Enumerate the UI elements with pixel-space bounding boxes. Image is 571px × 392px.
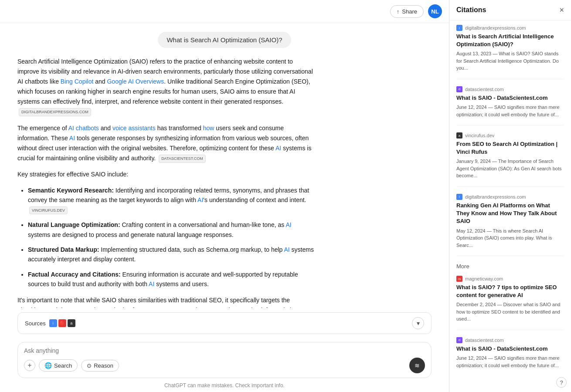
citation-title-5: What is SAIO? 7 tips to optimize SEO con… [456,284,564,299]
share-icon: ↑ [397,8,400,15]
close-citations-button[interactable]: × [559,6,564,14]
citation-snippet-1: August 13, 2023 — What is SAIO? SAIO sta… [456,50,564,72]
citation-source-row-5: m magneticway.com [456,276,564,282]
citations-title: Citations [456,6,486,14]
citation-domain-4: digitalbrandexpressions.com [465,194,526,199]
reason-button[interactable]: ⊙ Reason [81,360,119,372]
citation-title-4: Ranking Gen AI Platforms on What They Kn… [456,202,564,226]
citation-item-6: d datascientest.com What is SAIO - DataS… [456,337,564,375]
citation-domain-3: vincirufus.dev [465,133,494,138]
disclaimer: ChatGPT can make mistakes. Check importa… [0,380,449,392]
citation-title-2: What is SAIO - DataScientest.com [456,94,564,102]
citation-title-6: What is SAIO - DataScientest.com [456,345,564,353]
sources-row: Sources i 🔴 a ▾ [17,312,432,334]
citation-item-3: a vincirufus.dev From SEO to Search AI O… [456,132,564,187]
top-bar: ↑ Share NL [0,0,449,23]
strategy-title-1: Semantic Keyword Research: [28,187,114,194]
answer-paragraph-3: It's important to note that while SAIO s… [17,295,314,308]
citations-header: Citations × [449,0,571,20]
source-badge-1: DIGITALBRANDEXPRESSIONS.COM [19,108,91,116]
strategy-item-1: Semantic Keyword Research: Identifying a… [28,186,314,215]
citation-favicon-5: m [456,276,462,282]
question-bubble: What is Search AI Optimization (SAIO)? [17,32,432,48]
sources-left: Sources i 🔴 a [25,319,75,327]
citation-snippet-2: June 12, 2024 — SAIO signifies more than… [456,104,564,118]
source-icon-3: a [68,319,75,327]
citation-source-row-4: i digitalbrandexpressions.com [456,194,564,200]
answer-paragraph-1: Search Artificial Intelligence Optimizat… [17,57,314,117]
add-button[interactable]: + [24,360,35,371]
sources-label: Sources [25,320,46,327]
input-area: + 🌐 Search ⊙ Reason ≋ [0,338,449,380]
citation-domain-6: datascientest.com [465,338,504,343]
citation-snippet-3: January 9, 2024 — The Importance of Sear… [456,158,564,179]
citations-panel: Citations × i digitalbrandexpressions.co… [449,0,571,392]
strategies-intro: Key strategies for effective SAIO includ… [17,169,314,179]
citation-favicon-6: d [456,337,462,343]
answer-content: Search Artificial Intelligence Optimizat… [17,57,314,308]
citation-source-row-1: i digitalbrandexpressions.com [456,25,564,31]
mic-icon: ≋ [415,362,420,369]
citation-item-1: i digitalbrandexpressions.com What is Se… [456,25,564,79]
content-scroll: What is Search AI Optimization (SAIO)? S… [0,23,449,308]
avatar: NL [428,4,442,18]
strategy-title-2: Natural Language Optimization: [28,221,120,228]
mic-button[interactable]: ≋ [409,358,425,373]
source-icon-2: 🔴 [58,319,66,327]
reason-icon: ⊙ [87,362,92,369]
citation-favicon-3: a [456,132,462,139]
citation-item-2: d datascientest.com What is SAIO - DataS… [456,86,564,125]
question-text: What is Search AI Optimization (SAIO)? [158,32,291,48]
citation-domain-5: magneticway.com [465,276,503,281]
citation-source-row-3: a vincirufus.dev [456,132,564,139]
strategy-title-3: Structured Data Markup: [28,246,99,253]
reason-label: Reason [94,362,113,369]
more-link[interactable]: More [456,263,564,270]
citation-favicon-4: i [456,194,462,200]
search-label: Search [54,362,72,369]
citations-scroll: i digitalbrandexpressions.com What is Se… [449,20,571,375]
citation-snippet-5: December 2, 2024 — Discover what is SAIO… [456,301,564,323]
globe-icon: 🌐 [44,362,52,369]
input-toolbar: + 🌐 Search ⊙ Reason ≋ [24,358,425,373]
citation-snippet-6: June 12, 2024 — SAIO signifies more than… [456,355,564,369]
input-box: + 🌐 Search ⊙ Reason ≋ [17,342,432,378]
source-icon-1: i [49,319,57,327]
source-badge-2: DATASCIENTEST.COM [159,155,206,163]
main-area: ↑ Share NL What is Search AI Optimizatio… [0,0,449,392]
strategy-title-4: Factual Accuracy and Citations: [28,271,121,278]
source-badge-3: VINCIRUFUS.DEV [29,206,68,214]
source-icons: i 🔴 a [49,319,75,327]
citation-favicon-1: i [456,25,462,31]
citation-item-5: m magneticway.com What is SAIO? 7 tips t… [456,276,564,330]
strategy-item-4: Factual Accuracy and Citations: Ensuring… [28,270,314,289]
citation-favicon-2: d [456,86,462,92]
citation-item-4: i digitalbrandexpressions.com Ranking Ge… [456,194,564,256]
citation-snippet-4: May 12, 2024 — This is where Search AI O… [456,227,564,249]
share-label: Share [402,8,417,15]
share-button[interactable]: ↑ Share [390,5,424,18]
citation-title-1: What is Search Artificial Intelligence O… [456,33,564,48]
strategy-item-3: Structured Data Markup: Implementing str… [28,245,314,264]
citation-source-row-2: d datascientest.com [456,86,564,92]
sources-expand-button[interactable]: ▾ [412,317,424,329]
ask-input[interactable] [24,347,425,354]
strategy-item-2: Natural Language Optimization: Crafting … [28,220,314,240]
citation-title-3: From SEO to Search AI Optimization | Vin… [456,140,564,156]
citation-domain-2: datascientest.com [465,87,504,92]
help-button[interactable]: ? [556,377,567,388]
strategy-list: Semantic Keyword Research: Identifying a… [17,186,314,289]
citation-source-row-6: d datascientest.com [456,337,564,343]
answer-paragraph-2: The emergence of AI chatbots and voice a… [17,123,314,163]
search-button[interactable]: 🌐 Search [39,359,78,372]
citation-domain-1: digitalbrandexpressions.com [465,25,526,30]
